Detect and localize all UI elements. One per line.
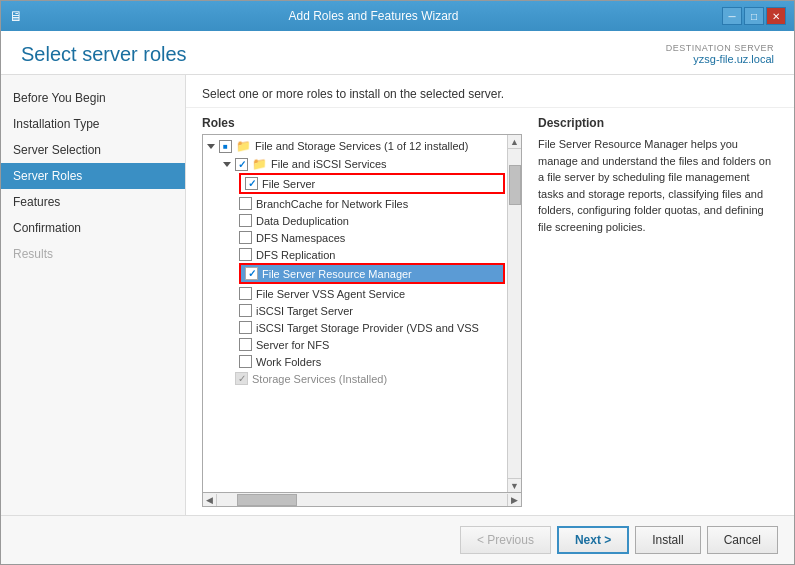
window-controls: ─ □ ✕ bbox=[722, 7, 786, 25]
list-item[interactable]: File Server bbox=[241, 175, 503, 192]
list-item[interactable]: Work Folders bbox=[203, 353, 507, 370]
window-title: Add Roles and Features Wizard bbox=[25, 9, 722, 23]
expand-icon bbox=[223, 162, 231, 167]
list-item[interactable]: DFS Replication bbox=[203, 246, 507, 263]
sidebar-item-confirmation[interactable]: Confirmation bbox=[1, 215, 185, 241]
sidebar-item-server-selection[interactable]: Server Selection bbox=[1, 137, 185, 163]
list-item[interactable]: Data Deduplication bbox=[203, 212, 507, 229]
checkbox: ✓ bbox=[235, 372, 248, 385]
description-panel: Description File Server Resource Manager… bbox=[538, 116, 778, 507]
sidebar: Before You Begin Installation Type Serve… bbox=[1, 75, 186, 515]
role-label: Server for NFS bbox=[256, 339, 329, 351]
scroll-right-btn[interactable]: ▶ bbox=[507, 494, 521, 506]
scroll-down-btn[interactable]: ▼ bbox=[508, 478, 521, 492]
role-label: DFS Replication bbox=[256, 249, 335, 261]
checkbox[interactable] bbox=[219, 140, 232, 153]
role-label: DFS Namespaces bbox=[256, 232, 345, 244]
role-label: Storage Services (Installed) bbox=[252, 373, 387, 385]
scroll-left-btn[interactable]: ◀ bbox=[203, 494, 217, 506]
list-item[interactable]: iSCSI Target Server bbox=[203, 302, 507, 319]
content-body: Roles 📁 File and Storage Services (1 of … bbox=[186, 108, 794, 515]
roles-panel: Roles 📁 File and Storage Services (1 of … bbox=[202, 116, 522, 507]
footer: < Previous Next > Install Cancel bbox=[1, 515, 794, 564]
list-item[interactable]: File Server Resource Manager bbox=[241, 265, 503, 282]
checkbox[interactable] bbox=[239, 231, 252, 244]
list-item: ✓ Storage Services (Installed) bbox=[203, 370, 507, 387]
checkbox[interactable] bbox=[239, 304, 252, 317]
cancel-button[interactable]: Cancel bbox=[707, 526, 778, 554]
fsrm-outline: File Server Resource Manager bbox=[239, 263, 505, 284]
expand-icon bbox=[207, 144, 215, 149]
sidebar-item-features[interactable]: Features bbox=[1, 189, 185, 215]
sidebar-item-server-roles[interactable]: Server Roles bbox=[1, 163, 185, 189]
description-label: Description bbox=[538, 116, 778, 130]
roles-label: Roles bbox=[202, 116, 522, 130]
checkbox[interactable] bbox=[239, 287, 252, 300]
page-header: Select server roles DESTINATION SERVER y… bbox=[1, 31, 794, 75]
checkbox[interactable] bbox=[239, 214, 252, 227]
list-item[interactable]: 📁 File and Storage Services (1 of 12 ins… bbox=[203, 137, 507, 155]
description-text: File Server Resource Manager helps you m… bbox=[538, 136, 778, 235]
body-area: Before You Begin Installation Type Serve… bbox=[1, 75, 794, 515]
server-name: yzsg-file.uz.local bbox=[666, 53, 774, 65]
file-server-outline: File Server bbox=[239, 173, 505, 194]
list-item[interactable]: 📁 File and iSCSI Services bbox=[203, 155, 507, 173]
list-item[interactable]: DFS Namespaces bbox=[203, 229, 507, 246]
content-wrapper: Select one or more roles to install on t… bbox=[186, 75, 794, 515]
destination-label: DESTINATION SERVER bbox=[666, 43, 774, 53]
list-item[interactable]: Server for NFS bbox=[203, 336, 507, 353]
main-window: 🖥 Add Roles and Features Wizard ─ □ ✕ Se… bbox=[0, 0, 795, 565]
role-label: iSCSI Target Server bbox=[256, 305, 353, 317]
scroll-up-btn[interactable]: ▲ bbox=[508, 135, 521, 149]
instruction-text: Select one or more roles to install on t… bbox=[202, 87, 504, 101]
sidebar-item-installation-type[interactable]: Installation Type bbox=[1, 111, 185, 137]
role-label: File and iSCSI Services bbox=[271, 158, 387, 170]
checkbox[interactable] bbox=[239, 197, 252, 210]
destination-server-info: DESTINATION SERVER yzsg-file.uz.local bbox=[666, 43, 774, 65]
minimize-button[interactable]: ─ bbox=[722, 7, 742, 25]
page-title: Select server roles bbox=[21, 43, 187, 66]
role-label: File and Storage Services (1 of 12 insta… bbox=[255, 140, 468, 152]
horizontal-scrollbar[interactable]: ◀ ▶ bbox=[202, 493, 522, 507]
window-icon: 🖥 bbox=[9, 8, 25, 24]
role-label: File Server Resource Manager bbox=[262, 268, 412, 280]
folder-icon: 📁 bbox=[236, 139, 251, 153]
previous-button[interactable]: < Previous bbox=[460, 526, 551, 554]
list-item[interactable]: iSCSI Target Storage Provider (VDS and V… bbox=[203, 319, 507, 336]
role-label: File Server bbox=[262, 178, 315, 190]
h-scroll-thumb[interactable] bbox=[237, 494, 297, 506]
install-button[interactable]: Install bbox=[635, 526, 700, 554]
roles-list-container: 📁 File and Storage Services (1 of 12 ins… bbox=[202, 134, 522, 493]
vertical-scrollbar[interactable]: ▲ ▼ bbox=[507, 135, 521, 492]
role-label: Data Deduplication bbox=[256, 215, 349, 227]
role-label: iSCSI Target Storage Provider (VDS and V… bbox=[256, 322, 479, 334]
checkbox[interactable] bbox=[245, 267, 258, 280]
content-header: Select one or more roles to install on t… bbox=[186, 75, 794, 108]
list-item[interactable]: File Server VSS Agent Service bbox=[203, 285, 507, 302]
sidebar-item-results: Results bbox=[1, 241, 185, 267]
next-button[interactable]: Next > bbox=[557, 526, 629, 554]
scroll-thumb[interactable] bbox=[509, 165, 521, 205]
role-label: File Server VSS Agent Service bbox=[256, 288, 405, 300]
checkbox[interactable] bbox=[239, 338, 252, 351]
title-bar: 🖥 Add Roles and Features Wizard ─ □ ✕ bbox=[1, 1, 794, 31]
role-label: Work Folders bbox=[256, 356, 321, 368]
checkbox[interactable] bbox=[239, 321, 252, 334]
close-button[interactable]: ✕ bbox=[766, 7, 786, 25]
folder-icon: 📁 bbox=[252, 157, 267, 171]
restore-button[interactable]: □ bbox=[744, 7, 764, 25]
checkbox[interactable] bbox=[235, 158, 248, 171]
checkbox[interactable] bbox=[245, 177, 258, 190]
checkbox[interactable] bbox=[239, 248, 252, 261]
list-item[interactable]: BranchCache for Network Files bbox=[203, 195, 507, 212]
checkbox[interactable] bbox=[239, 355, 252, 368]
role-label: BranchCache for Network Files bbox=[256, 198, 408, 210]
roles-list[interactable]: 📁 File and Storage Services (1 of 12 ins… bbox=[203, 135, 521, 492]
sidebar-item-before-you-begin[interactable]: Before You Begin bbox=[1, 85, 185, 111]
